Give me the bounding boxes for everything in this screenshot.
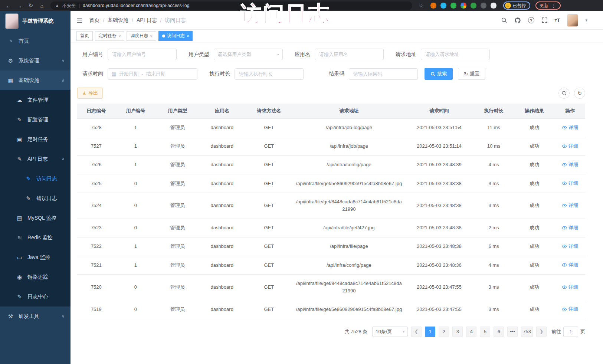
sidebar-item-label: MySQL 监控 — [27, 215, 56, 222]
back-icon[interactable]: ← — [4, 3, 13, 9]
sidebar-item-edit[interactable]: ✎配置管理 — [0, 110, 71, 129]
page-button[interactable]: 3 — [452, 327, 463, 337]
chevron-down-icon: ∨ — [62, 58, 65, 63]
detail-link[interactable]: 详细 — [562, 283, 578, 291]
page-button[interactable]: 6 — [494, 327, 504, 337]
tab-item[interactable]: 首页 — [76, 31, 93, 41]
sidebar-item-tools[interactable]: ⚒研发工具∨ — [0, 306, 71, 326]
detail-link[interactable]: 详细 — [562, 243, 578, 250]
sidebar-item-schedule[interactable]: ▣定时任务 — [0, 129, 71, 149]
prev-page-button[interactable]: ❮ — [411, 327, 422, 337]
page-button[interactable]: 2 — [439, 327, 449, 337]
cell-user_type: 管理员 — [156, 256, 199, 275]
request-time-range-picker[interactable]: ▦ 开始日期 - 结束日期 — [108, 68, 197, 80]
extension-dark-icon[interactable] — [481, 3, 486, 9]
sidebar-item-access-log[interactable]: ✎访问日志 — [0, 169, 71, 188]
detail-link[interactable]: 详细 — [562, 124, 578, 131]
user-type-select[interactable]: 请选择用户类型 ▾ — [214, 49, 283, 60]
sidebar-item-infra[interactable]: ▦基础设施∧ — [0, 70, 71, 90]
bookmark-star-icon[interactable]: ☆ — [419, 3, 424, 9]
cell-app: dashboard — [199, 155, 245, 174]
detail-link[interactable]: 详细 — [562, 180, 578, 187]
app-name-input[interactable] — [315, 49, 384, 60]
avatar-caret-icon[interactable]: ▾ — [585, 18, 587, 23]
sidebar-item-label: 研发工具 — [19, 313, 39, 320]
user-id-input[interactable] — [108, 49, 177, 60]
browser-update-button[interactable]: 更新 ⋮ — [535, 1, 561, 10]
address-bar[interactable]: ▲ 不安全 | dashboard.yudao.iocoder.cn/infra… — [50, 1, 412, 10]
github-icon[interactable] — [514, 17, 521, 24]
sidebar-item-log-center[interactable]: ✎日志中心 — [0, 287, 71, 306]
close-icon[interactable]: × — [187, 34, 189, 38]
search-icon[interactable] — [501, 17, 507, 23]
sidebar-item-trace-eye[interactable]: ◉链路追踪 — [0, 267, 71, 287]
goto-page-input[interactable] — [563, 327, 578, 337]
sidebar-item-home[interactable]: ◔首页 — [0, 31, 71, 51]
search-button[interactable]: 搜索 — [425, 68, 453, 80]
extension-green-check-icon[interactable] — [450, 3, 456, 9]
eye-icon — [562, 245, 567, 248]
tab-item[interactable]: 调度日志× — [127, 31, 156, 41]
reset-button[interactable]: ↻ 重置 — [458, 68, 485, 80]
sidebar-item-redis[interactable]: ≋Redis 监控 — [0, 228, 71, 247]
cell-time: 2021-05-03 23:48:38 — [405, 219, 473, 237]
active-tab-dot-icon — [162, 35, 165, 37]
user-avatar[interactable] — [567, 14, 578, 27]
page-button[interactable]: 1 — [425, 327, 435, 337]
sidebar-item-gear[interactable]: ⚙系统管理∨ — [0, 51, 71, 70]
breadcrumb-item[interactable]: 基础设施 — [108, 17, 128, 24]
font-size-icon[interactable]: TT — [555, 17, 560, 23]
collapse-menu-icon[interactable]: ☰ — [76, 16, 82, 24]
refresh-table-icon[interactable]: ↻ — [574, 88, 585, 99]
extension-shield-icon[interactable] — [440, 3, 446, 9]
sidebar-item-java[interactable]: ▭Java 监控 — [0, 247, 71, 267]
request-url-input[interactable] — [421, 49, 490, 60]
page-ellipsis[interactable]: ••• — [507, 327, 518, 337]
tab-item[interactable]: 定时任务× — [95, 31, 124, 41]
cell-result: 成功 — [514, 155, 555, 174]
access-log-icon: ✎ — [25, 176, 32, 182]
fullscreen-icon[interactable] — [541, 17, 548, 23]
cell-url: /api/infra/file/get/8448cada8c714e4ab61f… — [293, 275, 405, 300]
show-search-toggle-icon[interactable] — [558, 88, 570, 99]
detail-link[interactable]: 详细 — [562, 224, 578, 232]
sidebar-item-cloud-upload[interactable]: ☁文件管理 — [0, 90, 71, 110]
page-button[interactable]: 5 — [480, 327, 490, 337]
extension-grid-icon[interactable] — [461, 3, 466, 9]
export-button[interactable]: 导出 — [77, 88, 103, 99]
sidebar-item-mysql[interactable]: ▤MySQL 监控 — [0, 208, 71, 228]
home-icon[interactable]: ⌂ — [37, 3, 47, 9]
cell-time: 2021-05-03 23:48:39 — [405, 155, 473, 174]
browser-menu-icon[interactable]: ⋮ — [551, 3, 556, 9]
detail-link[interactable]: 详细 — [562, 142, 578, 150]
help-icon[interactable]: ? — [528, 17, 534, 23]
detail-link[interactable]: 详细 — [562, 305, 578, 313]
close-icon[interactable]: × — [118, 34, 121, 38]
detail-link[interactable]: 详细 — [562, 261, 578, 269]
extensions-row — [430, 3, 497, 9]
reload-icon[interactable]: ↻ — [26, 2, 36, 9]
extension-translate-icon[interactable] — [471, 3, 476, 9]
extension-orange-icon[interactable] — [430, 3, 436, 9]
close-icon[interactable]: × — [150, 34, 152, 38]
breadcrumb-item[interactable]: API 日志 — [137, 17, 157, 24]
extension-star-icon[interactable] — [491, 3, 497, 9]
eye-icon — [562, 285, 567, 289]
app-logo[interactable]: 芋道管理系统 — [0, 11, 71, 31]
page-button[interactable]: 753 — [521, 327, 533, 337]
sidebar-item-api-log[interactable]: ✎API 日志∧ — [0, 149, 71, 169]
forward-icon[interactable]: → — [15, 3, 24, 9]
detail-link[interactable]: 详细 — [562, 202, 578, 209]
tab-active[interactable]: 访问日志× — [158, 31, 193, 41]
cell-result: 成功 — [514, 174, 555, 193]
profile-paused-pill[interactable]: ☺ 已暂停 — [503, 1, 530, 10]
duration-input[interactable] — [235, 68, 304, 80]
page-button[interactable]: 4 — [466, 327, 476, 337]
page-size-select[interactable]: 10条/页 ▾ — [372, 327, 408, 337]
breadcrumb-item[interactable]: 首页 — [89, 17, 99, 24]
next-page-button[interactable]: ❯ — [536, 327, 547, 337]
result-code-input[interactable] — [349, 68, 418, 80]
sidebar-item-error-log[interactable]: ✎错误日志 — [0, 188, 71, 208]
cell-user_type: 管理员 — [156, 174, 199, 193]
detail-link[interactable]: 详细 — [562, 161, 578, 168]
